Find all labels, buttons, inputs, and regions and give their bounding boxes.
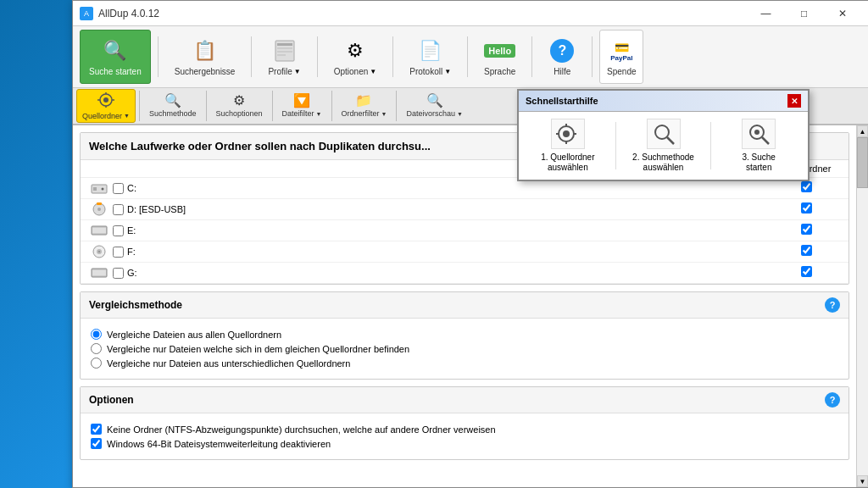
drive-c-icon: [89, 180, 109, 196]
svg-rect-7: [277, 51, 292, 53]
options-body: Keine Ordner (NTFS-Abzweigungspunkte) du…: [81, 413, 849, 459]
ribbon-hilfe[interactable]: ? Hilfe: [539, 30, 585, 84]
compare-section: Vergleichsmethode ? Vergleiche Dateien a…: [80, 291, 849, 380]
ribbon-suchergebnisse[interactable]: 📋 Suchergebnisse: [165, 30, 245, 84]
ribbon-suche-starten[interactable]: 🔍 Suche starten: [80, 30, 151, 84]
ribbon-profile[interactable]: Profile ▼: [259, 30, 309, 84]
dateivorschau-icon: 🔍: [426, 94, 443, 108]
paypal-icon: 💳 PayPal: [608, 38, 635, 65]
ribbon-protokoll[interactable]: 📄 Protokoll ▼: [400, 30, 460, 84]
search-start-icon: 🔍: [102, 37, 129, 64]
drive-f-sub-checkbox[interactable]: [801, 245, 812, 256]
suchoptionen-label: Suchoptionen: [216, 109, 263, 118]
drive-e-icon: [89, 223, 109, 238]
ribbon-protokoll-label: Protokoll: [409, 67, 442, 76]
drive-e-checkbox[interactable]: [113, 225, 124, 236]
compare-help-icon[interactable]: ?: [825, 297, 840, 313]
close-button[interactable]: ✕: [823, 1, 861, 26]
sub-dateifilter[interactable]: 🔽 Dateifilter ▼: [276, 89, 328, 123]
drive-c-checkbox[interactable]: [113, 183, 124, 194]
sub-sep-4: [331, 91, 332, 121]
drive-f-icon: [89, 244, 109, 259]
scroll-down[interactable]: ▼: [857, 475, 868, 487]
ribbon-main: 🔍 Suche starten 📋 Suchergebnisse: [73, 26, 868, 87]
drive-f-checkbox[interactable]: [113, 247, 124, 258]
scrollbar[interactable]: ▲ ▼: [856, 125, 868, 487]
drive-c-sub-checkbox[interactable]: [801, 181, 812, 192]
svg-rect-27: [92, 270, 106, 275]
compare-option-same: Vergleiche nur Dateien welche sich in de…: [91, 343, 838, 354]
quick-help-popup: Schnellstarthilfe ✕ 1. Quellordnerauswäh…: [517, 89, 810, 181]
sub-sep-3: [272, 91, 273, 121]
compare-same-radio[interactable]: [91, 343, 102, 354]
scroll-track[interactable]: [857, 137, 868, 475]
svg-point-19: [97, 208, 101, 211]
ribbon-sprache[interactable]: Hello Sprache: [475, 30, 525, 84]
quick-help-title-text: Schnellstarthilfe: [526, 96, 598, 106]
drive-d-checkbox[interactable]: [113, 204, 124, 215]
drive-d-sub-checkbox[interactable]: [801, 202, 812, 214]
ribbon-sprache-label: Sprache: [484, 67, 515, 76]
minimize-button[interactable]: —: [747, 1, 785, 26]
qh-step-3-icon: [742, 119, 776, 149]
ribbon-sep-5: [467, 36, 468, 77]
svg-rect-5: [277, 43, 292, 46]
ordnerfilter-icon: 📁: [355, 94, 372, 108]
drive-g-sub-checkbox[interactable]: [801, 266, 812, 277]
ribbon-sep-6: [531, 36, 532, 77]
quellordner-label: Quellordner: [82, 112, 122, 120]
options-help-icon[interactable]: ?: [825, 392, 840, 408]
sub-quellordner[interactable]: Quellordner ▼: [76, 89, 136, 123]
compare-option-diff: Vergleiche nur Dateien aus unterschiedli…: [91, 358, 838, 369]
maximize-button[interactable]: □: [785, 1, 823, 26]
ribbon-sep-2: [251, 36, 252, 77]
compare-all-radio[interactable]: [91, 329, 102, 340]
svg-line-35: [667, 137, 674, 144]
results-icon: 📋: [192, 37, 219, 64]
suchoptionen-icon: ⚙: [233, 94, 245, 108]
quick-help-close-button[interactable]: ✕: [787, 94, 801, 108]
sub-suchmethode[interactable]: 🔍 Suchmethode: [143, 89, 203, 123]
drive-g-icon: [89, 265, 109, 280]
drive-row-f: F:: [81, 241, 849, 263]
qh-sep-2: [710, 122, 711, 169]
suchmethode-icon: 🔍: [164, 94, 181, 108]
qh-step-2-label: 2. Suchmethodeauswählen: [632, 152, 694, 173]
sub-sep-1: [139, 91, 140, 121]
compare-diff-radio[interactable]: [91, 358, 102, 369]
ribbon-spende-label: Spende: [607, 67, 636, 76]
svg-rect-6: [277, 47, 292, 49]
sub-ordnerfilter[interactable]: 📁 Ordnerfilter ▼: [336, 89, 393, 123]
title-bar: A AllDup 4.0.12 — □ ✕: [73, 1, 868, 26]
drive-row-g: G:: [81, 263, 849, 284]
ribbon-spende[interactable]: 💳 PayPal Spende: [599, 30, 643, 84]
ribbon-optionen[interactable]: ⚙ Optionen ▼: [325, 30, 387, 84]
drive-e-sub-checkbox[interactable]: [801, 224, 812, 235]
ribbon-sep-4: [392, 36, 393, 77]
drive-e-label: E:: [127, 225, 772, 236]
win64-label: Windows 64-Bit Dateisystemweiterleitung …: [107, 439, 331, 449]
svg-point-10: [103, 97, 108, 103]
ntfs-checkbox[interactable]: [91, 424, 102, 435]
svg-point-25: [98, 251, 100, 252]
option-ntfs: Keine Ordner (NTFS-Abzweigungspunkte) du…: [91, 424, 838, 435]
qh-step-1-label: 1. Quellordnerauswählen: [541, 152, 594, 173]
quellordner-arrow: ▼: [124, 113, 130, 119]
svg-point-38: [754, 130, 760, 135]
scroll-thumb[interactable]: [857, 137, 868, 188]
drive-row-d: D: [ESD-USB]: [81, 199, 849, 220]
scroll-up[interactable]: ▲: [857, 125, 868, 137]
compare-option-all: Vergleiche Dateien aus allen Quellordner…: [91, 329, 838, 340]
sub-sep-5: [396, 91, 397, 121]
app-window: A AllDup 4.0.12 — □ ✕ 🔍 Suche starten 📋 …: [72, 0, 868, 488]
qh-step-2-icon: [647, 119, 681, 149]
win64-checkbox[interactable]: [91, 438, 102, 449]
sub-sep-2: [206, 91, 207, 121]
drive-g-checkbox[interactable]: [113, 268, 124, 279]
sub-dateivorschau[interactable]: 🔍 Dateivorschau ▼: [400, 89, 468, 123]
svg-rect-20: [97, 202, 102, 205]
dateifilter-arrow: ▼: [316, 111, 322, 117]
compare-title: Vergleichsmethode: [89, 299, 182, 311]
compare-body: Vergleiche Dateien aus allen Quellordner…: [81, 319, 849, 379]
sub-suchoptionen[interactable]: ⚙ Suchoptionen: [210, 89, 269, 123]
